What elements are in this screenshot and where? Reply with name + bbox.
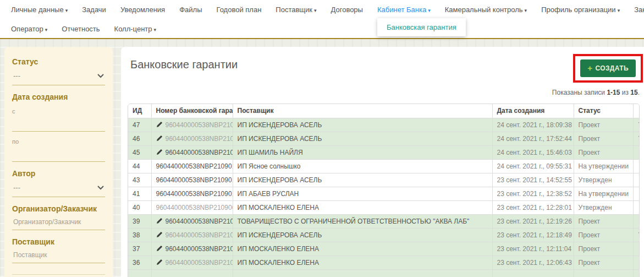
column-header[interactable]: Статус [574, 104, 633, 118]
status-filter-label: Статус [12, 57, 105, 66]
table-row: 43960440000538NBP2109012/00ИП ИСКЕНДЕРОВ… [128, 173, 640, 187]
author-select[interactable]: --- [12, 178, 105, 197]
trash-icon[interactable] [638, 134, 640, 142]
nav-item[interactable]: Уведомления [120, 6, 165, 14]
guarantees-table: ИДНомер банковской гарантииПоставщикДата… [128, 104, 640, 277]
guarantee-number[interactable]: 960440000538NBP2109006/00 [166, 245, 233, 253]
cell-actions [633, 159, 640, 173]
pencil-icon[interactable] [156, 218, 163, 225]
page-title: Банковские гарантии [130, 58, 238, 71]
pencil-icon[interactable] [156, 245, 163, 253]
cell-supplier: ИП МОСКАЛЕНКО ЕЛЕНА [233, 256, 492, 269]
caret-down-icon: ▾ [45, 27, 48, 32]
chevron-down-icon [97, 183, 104, 192]
cell-supplier: ИП МОСКАЛЕНКО ЕЛЕНА [233, 200, 492, 214]
guarantee-number[interactable]: 960440000538NBP2109007/00 [166, 231, 233, 239]
nav-item[interactable]: Оператор▾ [11, 25, 47, 33]
caret-down-icon: ▾ [314, 8, 317, 13]
nav-item[interactable]: Годовой план [216, 6, 261, 14]
supplier-filter-label: Поставщик [12, 237, 105, 246]
date-to-label: по [12, 138, 105, 145]
pencil-icon[interactable] [156, 231, 163, 239]
table-row: 44960440000538NBP2109013/00ИП Ясное солн… [128, 159, 640, 173]
guarantee-number[interactable]: 960440000538NBP2109014/00 [166, 149, 233, 156]
column-header[interactable]: Поставщик [233, 104, 492, 118]
nav-item[interactable]: Камеральный контроль▾ [445, 6, 527, 14]
cell-supplier: ИП ИСКЕНДЕРОВА АСЕЛЬ [233, 228, 492, 242]
nav-item[interactable]: Файлы [179, 6, 202, 14]
date-from-label: с [12, 108, 105, 115]
cell-status: Проект [574, 145, 633, 159]
caret-down-icon: ▾ [154, 27, 157, 32]
table-row: 38960440000538NBP2109007/00ИП ИСКЕНДЕРОВ… [128, 228, 640, 242]
cell-id: 47 [128, 118, 151, 132]
cell-supplier: ИП ИСКЕНДЕРОВА АСЕЛЬ [233, 132, 492, 145]
cell-id: 45 [128, 145, 151, 159]
trash-icon[interactable] [638, 231, 640, 238]
cell-created: 24 сент. 2021 г., 18:09:38 [492, 118, 574, 132]
guarantee-number: 960440000538NBP2109010/00 [156, 190, 233, 198]
caret-down-icon: ▾ [618, 8, 620, 13]
chevron-down-icon [97, 72, 104, 80]
nav-item[interactable]: Личные данные▾ [11, 6, 68, 14]
guarantee-number: 960440000538NBP2109009/00 [156, 204, 233, 211]
pencil-icon[interactable] [156, 135, 163, 143]
status-select-value: --- [13, 72, 20, 80]
cell-status: Проект [574, 132, 633, 145]
caret-down-icon: ▾ [525, 8, 527, 13]
cell-actions [633, 187, 640, 200]
cell-actions [633, 228, 640, 242]
create-button-label: СОЗДАТЬ [595, 64, 629, 72]
guarantee-number[interactable]: 960440000538NBP2109005/00 [166, 259, 233, 267]
cell-number: 960440000538NBP2109009/00 [151, 200, 233, 214]
status-select[interactable]: --- [12, 66, 105, 85]
cell-supplier: ИП ИСКЕНДЕРОВА АСЕЛЬ [233, 118, 492, 132]
column-header[interactable]: Дата создания [492, 104, 574, 118]
menu-item-bank-guarantee[interactable]: Банковская гарантия [387, 23, 456, 31]
supplier-input[interactable] [12, 246, 105, 263]
nav-item[interactable]: Профиль организации▾ [541, 6, 620, 14]
table-row: 45960440000538NBP2109014/00ИП ШАМИЛЬ НАЙ… [128, 145, 640, 159]
organizer-input[interactable] [12, 213, 105, 230]
nav-item[interactable]: Задачи [82, 6, 106, 14]
cell-created: 23 сент. 2021 г., 12:19:26 [492, 214, 574, 228]
nav-item[interactable]: Колл-центр▾ [114, 25, 156, 33]
cell-status: Утвержден [574, 200, 633, 214]
nav-item[interactable]: Поставщик▾ [276, 6, 316, 14]
column-header[interactable]: Номер банковской гарантии [151, 104, 233, 118]
nav-item[interactable]: Закупки▾ [634, 6, 644, 14]
cell-created: 23 сент. 2021 г., 12:38:52 [492, 187, 574, 200]
cell-status: Проект [574, 228, 633, 242]
pencil-icon[interactable] [156, 259, 163, 267]
date-from-input[interactable] [12, 115, 105, 132]
table-row-partial [128, 269, 640, 277]
trash-icon[interactable] [638, 121, 640, 128]
create-button[interactable]: + СОЗДАТЬ [580, 59, 636, 77]
date-to-input[interactable] [12, 145, 105, 162]
guarantee-number[interactable]: 960440000538NBP2109016/00 [166, 121, 233, 129]
pencil-icon[interactable] [156, 149, 163, 156]
nav-item-active[interactable]: Кабинет Банка▾ [377, 6, 431, 14]
cell-supplier: ИП ШАМИЛЬ НАЙЛЯ [233, 145, 492, 159]
table-row: 40960440000538NBP2109009/00ИП МОСКАЛЕНКО… [128, 200, 640, 214]
cell-id: 36 [128, 256, 151, 269]
nav-item[interactable]: Отчетность [62, 25, 100, 33]
cell-created: 23 сент. 2021 г., 12:11:04 [492, 242, 574, 256]
cell-actions [633, 200, 640, 214]
cell-id: 38 [128, 228, 151, 242]
main-panel: Банковские гарантии + СОЗДАТЬ Показаны з… [121, 47, 644, 277]
column-header[interactable]: ИД [128, 104, 151, 118]
caret-down-icon: ▾ [65, 8, 68, 13]
records-summary: Показаны записи 1-15 из 15. [552, 89, 640, 96]
guarantee-number[interactable]: 960440000538NBP2109008/00 [166, 218, 233, 225]
cell-number: 960440000538NBP2109010/00 [151, 187, 233, 200]
cell-actions [633, 132, 640, 145]
organizer-filter-label: Организатор/Заказчик [12, 204, 105, 213]
cell-id: 43 [128, 173, 151, 187]
author-select-value: --- [13, 183, 20, 192]
cell-id: 46 [128, 132, 151, 145]
pencil-icon[interactable] [156, 121, 163, 129]
nav-item[interactable]: Договоры [331, 6, 363, 14]
guarantee-number[interactable]: 960440000538NBP2109015/00 [166, 135, 233, 143]
cell-actions [633, 242, 640, 256]
